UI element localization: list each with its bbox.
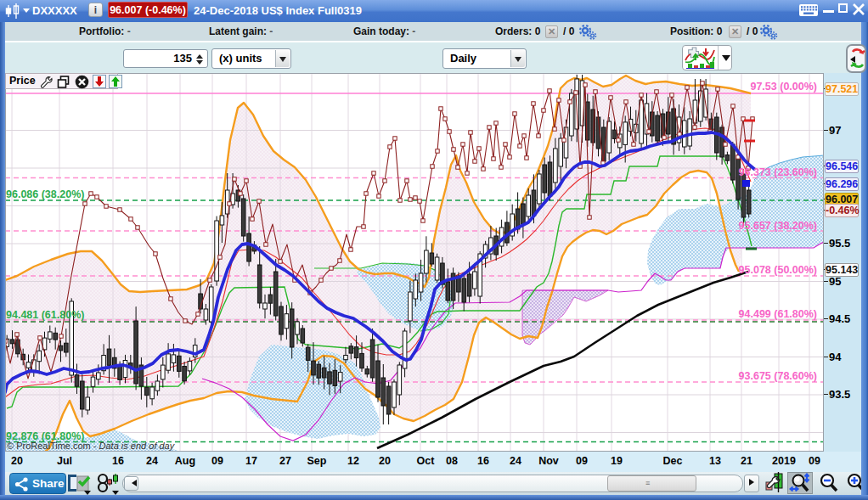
svg-text:94.481 (61.80%): 94.481 (61.80%) (6, 309, 84, 321)
svg-text:95.078 (50.00%): 95.078 (50.00%) (739, 264, 817, 276)
svg-text:97.53 (0.00%): 97.53 (0.00%) (750, 81, 817, 93)
svg-text:96.373 (23.60%): 96.373 (23.60%) (739, 166, 817, 178)
svg-text:93.675 (78.60%): 93.675 (78.60%) (739, 370, 817, 382)
svg-text:© ProRealTime.com - Data is en: © ProRealTime.com - Data is end of day (7, 441, 176, 451)
svg-text:96.086 (38.20%): 96.086 (38.20%) (6, 188, 84, 200)
svg-text:94.499 (61.80%): 94.499 (61.80%) (739, 308, 817, 320)
svg-text:95.657 (38.20%): 95.657 (38.20%) (739, 220, 817, 232)
